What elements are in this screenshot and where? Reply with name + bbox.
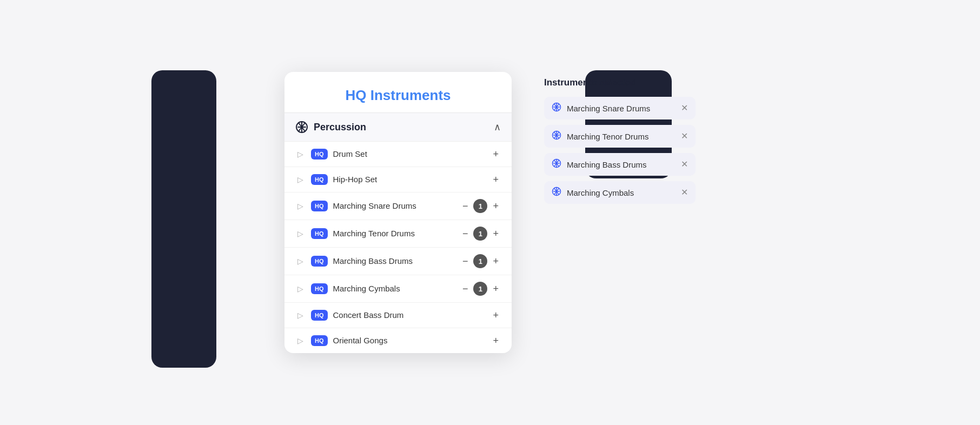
- play-button[interactable]: ▷: [295, 310, 306, 321]
- increase-button[interactable]: +: [491, 200, 501, 212]
- selected-item: Marching Bass Drums ✕: [544, 153, 696, 176]
- play-button[interactable]: ▷: [295, 174, 306, 185]
- remove-button[interactable]: ✕: [681, 104, 688, 112]
- instrument-name: Concert Bass Drum: [333, 310, 486, 321]
- hq-badge: HQ: [311, 228, 328, 239]
- list-item: ▷ HQ Hip-Hop Set +: [284, 167, 512, 192]
- quantity-controls: − 1 +: [460, 282, 501, 296]
- instrument-icon: [552, 102, 561, 114]
- add-button[interactable]: +: [491, 335, 501, 347]
- decrease-button[interactable]: −: [460, 228, 471, 240]
- selected-item-name: Marching Tenor Drums: [567, 132, 676, 141]
- hq-badge: HQ: [311, 149, 328, 160]
- count-badge: 1: [473, 254, 487, 268]
- page-container: HQ Instruments Percussion: [0, 0, 980, 425]
- hq-badge: HQ: [311, 310, 328, 321]
- play-button[interactable]: ▷: [295, 256, 306, 267]
- card-header: HQ Instruments: [284, 72, 512, 113]
- add-button[interactable]: +: [491, 148, 501, 160]
- dark-panel-left: [151, 70, 216, 368]
- quantity-controls: − 1 +: [460, 254, 501, 268]
- quantity-controls: − 1 +: [460, 227, 501, 241]
- play-button[interactable]: ▷: [295, 201, 306, 211]
- remove-button[interactable]: ✕: [681, 132, 688, 141]
- category-left: Percussion: [295, 121, 366, 134]
- category-header[interactable]: Percussion ∧: [284, 113, 512, 142]
- selected-item-name: Marching Cymbals: [567, 188, 676, 197]
- instrument-icon: [552, 158, 561, 170]
- selected-item: Marching Cymbals ✕: [544, 181, 696, 204]
- selected-item: Marching Snare Drums ✕: [544, 97, 696, 119]
- instrument-name: Oriental Gongs: [333, 335, 486, 346]
- decrease-button[interactable]: −: [460, 283, 471, 295]
- main-content: HQ Instruments Percussion: [284, 72, 696, 353]
- hq-badge: HQ: [311, 174, 328, 185]
- instrument-icon: [552, 130, 561, 142]
- quantity-controls: − 1 +: [460, 199, 501, 213]
- increase-button[interactable]: +: [491, 255, 501, 267]
- category-name: Percussion: [314, 122, 366, 133]
- hq-badge: HQ: [311, 256, 328, 267]
- instrument-name: Marching Cymbals: [333, 283, 455, 294]
- list-item: ▷ HQ Concert Bass Drum +: [284, 303, 512, 328]
- drum-icon: [295, 121, 308, 134]
- selected-item: Marching Tenor Drums ✕: [544, 125, 696, 148]
- remove-button[interactable]: ✕: [681, 160, 688, 169]
- count-badge: 1: [473, 282, 487, 296]
- instrument-name: Hip-Hop Set: [333, 174, 486, 185]
- decrease-button[interactable]: −: [460, 200, 471, 212]
- play-button[interactable]: ▷: [295, 228, 306, 239]
- hq-badge: HQ: [311, 335, 328, 346]
- increase-button[interactable]: +: [491, 228, 501, 240]
- selected-item-name: Marching Snare Drums: [567, 104, 676, 113]
- chevron-up-icon[interactable]: ∧: [494, 121, 501, 133]
- add-button[interactable]: +: [491, 309, 501, 321]
- add-button[interactable]: +: [491, 174, 501, 185]
- decrease-button[interactable]: −: [460, 255, 471, 267]
- hq-badge: HQ: [311, 283, 328, 294]
- instrument-name: Marching Snare Drums: [333, 201, 455, 211]
- selected-panel: Instruments selected: Marching Snare Dru…: [544, 72, 696, 215]
- increase-button[interactable]: +: [491, 283, 501, 295]
- list-item: ▷ HQ Oriental Gongs +: [284, 328, 512, 353]
- instrument-name: Drum Set: [333, 149, 486, 160]
- play-button[interactable]: ▷: [295, 335, 306, 346]
- selected-item-name: Marching Bass Drums: [567, 160, 676, 169]
- card-title: HQ Instruments: [302, 87, 494, 104]
- count-badge: 1: [473, 227, 487, 241]
- list-item: ▷ HQ Marching Cymbals − 1 +: [284, 275, 512, 303]
- hq-badge: HQ: [311, 201, 328, 211]
- instrument-name: Marching Tenor Drums: [333, 228, 455, 239]
- instrument-icon: [552, 187, 561, 198]
- instrument-card: HQ Instruments Percussion: [284, 72, 512, 353]
- list-item: ▷ HQ Drum Set +: [284, 142, 512, 167]
- list-item: ▷ HQ Marching Bass Drums − 1 +: [284, 248, 512, 275]
- instrument-list: ▷ HQ Drum Set + ▷ HQ Hip-Hop Set + ▷ HQ …: [284, 142, 512, 353]
- list-item: ▷ HQ Marching Snare Drums − 1 +: [284, 192, 512, 220]
- instrument-name: Marching Bass Drums: [333, 256, 455, 267]
- count-badge: 1: [473, 199, 487, 213]
- selected-title: Instruments selected:: [544, 77, 696, 88]
- list-item: ▷ HQ Marching Tenor Drums − 1 +: [284, 220, 512, 248]
- remove-button[interactable]: ✕: [681, 188, 688, 197]
- play-button[interactable]: ▷: [295, 149, 306, 160]
- play-button[interactable]: ▷: [295, 283, 306, 294]
